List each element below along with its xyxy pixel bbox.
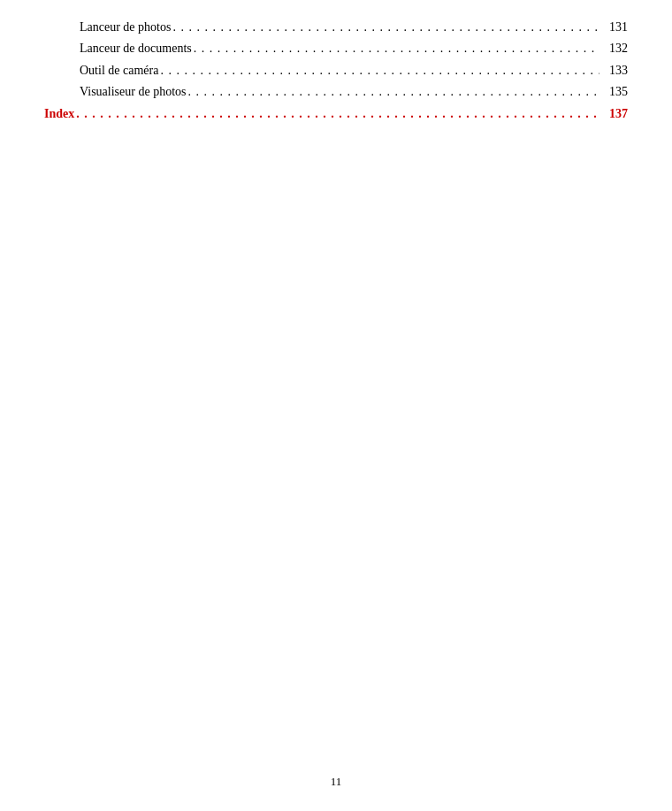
- toc-label-2: Outil de caméra: [80, 61, 158, 80]
- page-number: 11: [331, 775, 342, 789]
- toc-dots-1: [194, 39, 599, 58]
- toc-entry-2: Outil de caméra133: [44, 61, 628, 80]
- toc-entry-3: Visualiseur de photos135: [44, 82, 628, 102]
- toc-label-3: Visualiseur de photos: [80, 82, 186, 102]
- toc-entry-1: Lanceur de documents132: [44, 39, 628, 58]
- toc-page-0: 131: [601, 18, 628, 37]
- toc-entry-0: Lanceur de photos131: [44, 18, 628, 37]
- toc-dots-0: [172, 18, 599, 37]
- toc-page-3: 135: [601, 82, 628, 102]
- toc-dots-3: [187, 82, 599, 102]
- toc-page-1: 132: [601, 39, 628, 58]
- toc-label-0: Lanceur de photos: [80, 18, 171, 37]
- toc-dots-2: [160, 61, 599, 80]
- toc-page-4: 137: [601, 104, 628, 124]
- toc-dots-4: [76, 104, 599, 124]
- toc-page-2: 133: [601, 61, 628, 80]
- toc-label-1: Lanceur de documents: [80, 39, 192, 58]
- toc-entry-4: Index137: [44, 104, 628, 124]
- page-content: Lanceur de photos131Lanceur de documents…: [0, 0, 672, 179]
- toc-label-4: Index: [44, 104, 74, 124]
